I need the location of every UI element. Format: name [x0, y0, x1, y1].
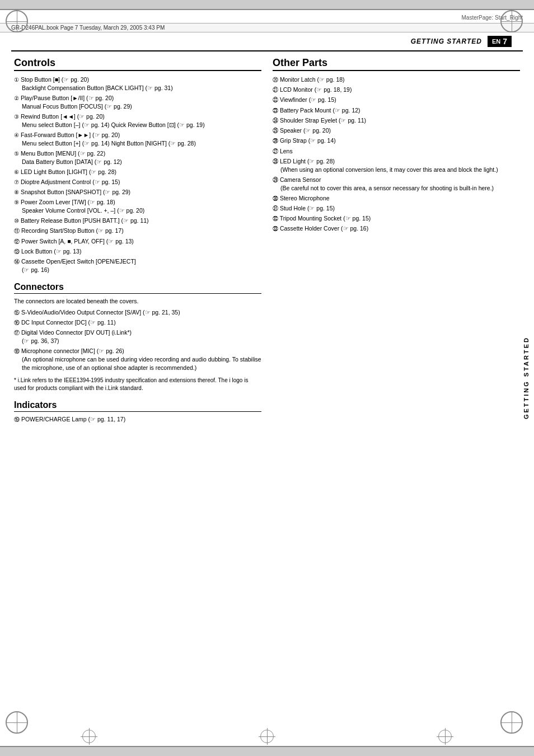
list-item: ③ Rewind Button [◄◄] (☞ pg. 20) Menu sel… [14, 112, 261, 129]
corner-circle-br [500, 711, 523, 734]
indicators-title: Indicators [14, 400, 261, 412]
list-item: ㉜ Tripod Mounting Socket (☞ pg. 15) [273, 214, 520, 223]
list-item: ㉛ Stud Hole (☞ pg. 15) [273, 204, 520, 213]
other-parts-list: ⑳ Monitor Latch (☞ pg. 18) ㉑ LCD Monitor… [273, 76, 520, 233]
indicators-list: ⑲ POWER/CHARGE Lamp (☞ pg. 11, 17) [14, 415, 261, 424]
getting-started-label: GETTING STARTED [411, 37, 482, 45]
crosshair-mark-1 [81, 728, 97, 745]
list-item: ㉚ Stereo Microphone [273, 194, 520, 203]
list-item: ⑩ Battery Release Button [PUSH BATT.] (☞… [14, 217, 261, 225]
list-item: ⑤ Menu Button [MENU] (☞ pg. 22) Data Bat… [14, 149, 261, 166]
main-content: Controls ① Stop Button [■] (☞ pg. 20) Ba… [0, 51, 534, 431]
file-info-bar: GR-D246PAL.book Page 7 Tuesday, March 29… [0, 23, 534, 32]
side-label: GETTING STARTED [523, 336, 530, 419]
corner-br [500, 711, 528, 739]
list-item: ⑱ Microphone connector [MIC] (☞ pg. 26) … [14, 347, 261, 372]
controls-section: Controls ① Stop Button [■] (☞ pg. 20) Ba… [14, 57, 261, 274]
crosshair-mark-2 [259, 728, 275, 745]
crosshair-mark-3 [437, 728, 453, 745]
list-item: ㉔ Shoulder Strap Eyelet (☞ pg. 11) [273, 116, 520, 125]
header-area: MasterPage: Start_Right [0, 10, 534, 23]
controls-title: Controls [14, 57, 261, 71]
corner-tr [500, 10, 528, 38]
list-item: ㉕ Speaker (☞ pg. 20) [273, 126, 520, 135]
list-item: ⑧ Snapshot Button [SNAPSHOT] (☞ pg. 29) [14, 188, 261, 196]
corner-bl [6, 711, 34, 739]
top-decorative-strip [0, 0, 534, 10]
page-number: 7 [503, 37, 507, 46]
list-item: ⑯ DC Input Connector [DC] (☞ pg. 11) [14, 318, 261, 327]
list-item: ⑳ Monitor Latch (☞ pg. 18) [273, 76, 520, 84]
connectors-list: ⑮ S-Video/Audio/Video Output Connector [… [14, 308, 261, 372]
list-item: ⑬ Lock Button (☞ pg. 13) [14, 247, 261, 256]
list-item: ⑨ Power Zoom Lever [T/W] (☞ pg. 18) Spea… [14, 198, 261, 215]
list-item: ㉝ Cassette Holder Cover (☞ pg. 16) [273, 224, 520, 233]
page-header: GETTING STARTED EN 7 [11, 32, 523, 51]
list-item: ㉒ Viewfinder (☞ pg. 15) [273, 96, 520, 104]
circle-mark-3 [438, 730, 452, 743]
connectors-footnote: * i.Link refers to the IEEE1394-1995 ind… [14, 377, 261, 392]
page-container: MasterPage: Start_Right GR-D246PAL.book … [0, 0, 534, 756]
lang-label: EN [492, 38, 500, 45]
list-item: ㉙ Camera Sensor (Be careful not to cover… [273, 176, 520, 192]
corner-circle-tl [6, 10, 28, 32]
list-item: ① Stop Button [■] (☞ pg. 20) Backlight C… [14, 76, 261, 92]
list-item: ⑦ Dioptre Adjustment Control (☞ pg. 15) [14, 178, 261, 186]
list-item: ㉖ Grip Strap (☞ pg. 14) [273, 137, 520, 145]
list-item: ⑫ Power Switch [A, ■, PLAY, OFF] (☞ pg. … [14, 237, 261, 246]
indicators-section: Indicators ⑲ POWER/CHARGE Lamp (☞ pg. 11… [14, 400, 261, 424]
controls-list: ① Stop Button [■] (☞ pg. 20) Backlight C… [14, 76, 261, 274]
list-item: ⑲ POWER/CHARGE Lamp (☞ pg. 11, 17) [14, 415, 261, 424]
connectors-intro: The connectors are located beneath the c… [14, 297, 261, 306]
corner-circle-bl [6, 711, 28, 734]
list-item: ⑪ Recording Start/Stop Button (☞ pg. 17) [14, 227, 261, 235]
list-item: ㉘ LED Light (☞ pg. 28) (When using an op… [273, 157, 520, 174]
list-item: ② Play/Pause Button [►/II] (☞ pg. 20) Ma… [14, 94, 261, 111]
side-label-container: GETTING STARTED [521, 112, 531, 644]
list-item: ④ Fast-Forward Button [►►] (☞ pg. 20) Me… [14, 131, 261, 148]
other-parts-section: Other Parts ⑳ Monitor Latch (☞ pg. 18) ㉑… [273, 57, 520, 233]
other-parts-title: Other Parts [273, 57, 520, 71]
left-column: Controls ① Stop Button [■] (☞ pg. 20) Ba… [14, 57, 261, 425]
corner-circle-tr [500, 10, 523, 32]
circle-mark-1 [82, 730, 96, 743]
bottom-decorative-strip [0, 746, 534, 756]
bottom-marks [0, 728, 534, 745]
list-item: ㉓ Battery Pack Mount (☞ pg. 12) [273, 106, 520, 115]
right-column: Other Parts ⑳ Monitor Latch (☞ pg. 18) ㉑… [273, 57, 520, 425]
connectors-title: Connectors [14, 282, 261, 294]
list-item: ㉗ Lens [273, 147, 520, 156]
list-item: ⑥ LED Light Button [LIGHT] (☞ pg. 28) [14, 168, 261, 176]
list-item: ⑭ Cassette Open/Eject Switch [OPEN/EJECT… [14, 257, 261, 274]
circle-mark-2 [260, 730, 274, 743]
corner-tl [6, 10, 34, 38]
list-item: ⑰ Digital Video Connector [DV OUT] (i.Li… [14, 328, 261, 345]
list-item: ㉑ LCD Monitor (☞ pg. 18, 19) [273, 86, 520, 94]
list-item: ⑮ S-Video/Audio/Video Output Connector [… [14, 308, 261, 317]
connectors-section: Connectors The connectors are located be… [14, 282, 261, 392]
